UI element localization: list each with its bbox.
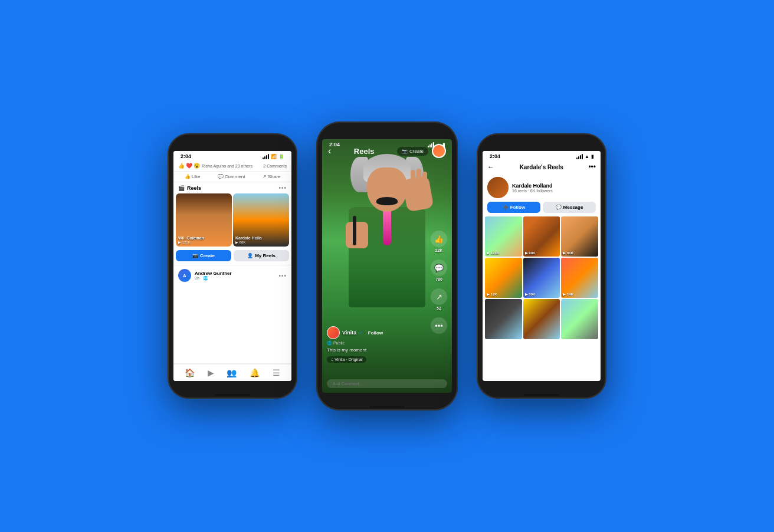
- p2-comment-icon: 💬: [431, 260, 447, 276]
- nav-menu-icon[interactable]: ☰: [273, 368, 280, 377]
- reel-thumb-1[interactable]: Will Coleman ▶ 121K: [176, 193, 232, 247]
- p3-profile-info: Kardale Holland 16 reels · 6K followers: [512, 183, 596, 193]
- grid-item-3[interactable]: ▶ 81K: [561, 216, 598, 257]
- bottom-nav: 🏠 ▶ 👥 🔔 ☰: [173, 363, 291, 381]
- p2-comment-input[interactable]: [327, 379, 447, 388]
- wifi-icon-3: ▲: [585, 154, 589, 159]
- p2-sound-tag: ♫ Vinita · Original: [327, 356, 366, 363]
- p3-header: ← Kardale's Reels •••: [483, 160, 601, 173]
- nav-bell-icon[interactable]: 🔔: [250, 368, 260, 377]
- p2-like-action[interactable]: 👍 22K: [431, 231, 447, 252]
- wifi-icon: 📶: [271, 154, 277, 159]
- p2-comments-count: 780: [435, 277, 442, 281]
- grid-item-2-views: ▶ 90K: [525, 251, 536, 255]
- reels-more-menu[interactable]: •••: [278, 185, 287, 191]
- grid-item-8[interactable]: [523, 299, 560, 339]
- post-more-menu[interactable]: •••: [278, 272, 287, 279]
- bar2: [264, 156, 265, 159]
- grid-item-4-views: ▶ 12K: [487, 292, 497, 296]
- p2-likes-count: 22K: [435, 248, 443, 252]
- p2-header-right: 📷 Create: [397, 144, 446, 158]
- p2-shares-count: 52: [437, 306, 441, 310]
- grid-item-9[interactable]: [561, 299, 598, 339]
- bar2: [578, 156, 579, 159]
- p1-actions: 👍 Like 💬 Comment ↗ Share: [173, 172, 291, 182]
- p2-author-name: Vinita: [342, 330, 356, 336]
- share-button[interactable]: ↗ Share: [263, 174, 280, 179]
- p2-comment-action[interactable]: 💬 780: [431, 260, 447, 281]
- bar3: [580, 155, 581, 159]
- p2-verified-icon: ✓: [359, 330, 363, 336]
- p2-user-avatar: [432, 144, 446, 158]
- phone-1-status-icons: 📶 🔋: [263, 154, 284, 159]
- phone-3: 2:04 ▲ ▮ ← Kardale's Reels •••: [477, 133, 606, 399]
- phone-2-screen: 2:04 ▲ ▮ ‹ Reels: [322, 139, 452, 393]
- p3-profile-name: Kardale Holland: [512, 183, 596, 189]
- bar1: [263, 157, 264, 159]
- reels-grid: Will Coleman ▶ 121K Kardale Holla ▶ 88K: [173, 193, 291, 247]
- nav-friends-icon[interactable]: 👥: [227, 368, 237, 377]
- reactions-text: Richa Aquino and 23 others: [202, 164, 252, 168]
- reels-label: 🎬 Reels: [178, 185, 201, 191]
- phone-1-notch: [209, 139, 256, 151]
- myreels-label: My Reels: [255, 253, 276, 258]
- p2-more-icon: •••: [431, 317, 447, 334]
- phone-3-notch: [518, 139, 565, 151]
- video-background: 2:04 ▲ ▮ ‹ Reels: [322, 139, 452, 393]
- follow-button[interactable]: ➕ Follow: [487, 202, 540, 213]
- p2-more-action[interactable]: •••: [431, 317, 447, 334]
- follow-label: Follow: [510, 205, 525, 210]
- create-camera-icon: 📷: [192, 253, 198, 258]
- grid-item-5[interactable]: ▶ 80K: [523, 258, 560, 298]
- back-arrow[interactable]: ‹: [328, 146, 331, 156]
- message-button[interactable]: 💬 Message: [543, 202, 596, 213]
- create-button[interactable]: 📷 Create: [176, 250, 231, 261]
- reel-1-views: ▶ 121K: [178, 240, 229, 244]
- p2-header-title: Reels: [354, 147, 375, 156]
- like-button[interactable]: 👍 Like: [185, 174, 201, 179]
- phone-1-status-bar: 2:04 📶 🔋: [173, 151, 291, 160]
- reel-2-overlay: Kardale Holla ▶ 88K: [235, 236, 287, 244]
- p3-profile-section: Kardale Holland 16 reels · 6K followers: [483, 173, 601, 202]
- phone-2-notch: [363, 127, 411, 139]
- grid-item-1[interactable]: ▶ 121K: [485, 216, 522, 257]
- comments-count: 2 Comments: [263, 164, 287, 168]
- battery-icon: 🔋: [278, 154, 284, 159]
- grid-item-4[interactable]: ▶ 12K: [485, 258, 522, 298]
- p3-profile-avatar: [487, 177, 509, 198]
- nav-video-icon[interactable]: ▶: [208, 368, 214, 377]
- myreels-user-icon: 👤: [247, 253, 253, 258]
- grid-item-2[interactable]: ▶ 90K: [523, 216, 560, 257]
- comment-button[interactable]: 💬 Comment: [218, 174, 245, 179]
- grid-item-6[interactable]: ▶ 14K: [561, 258, 598, 298]
- p2-create-button[interactable]: 📷 Create: [397, 147, 428, 156]
- grid-item-5-views: ▶ 80K: [525, 292, 536, 296]
- share-icon: ↗: [263, 174, 267, 179]
- reel-2-views: ▶ 88K: [235, 240, 287, 244]
- p3-back-button[interactable]: ←: [487, 163, 494, 171]
- bar4: [582, 154, 583, 159]
- create-label: Create: [200, 253, 215, 258]
- phone-2: 2:04 ▲ ▮ ‹ Reels: [316, 121, 458, 411]
- p2-author-avatar: [327, 326, 340, 339]
- p2-create-label: Create: [409, 149, 424, 154]
- share-label: Share: [268, 174, 280, 179]
- p3-profile-meta: 16 reels · 6K followers: [512, 189, 596, 193]
- reaction-icons: 👍 ❤️ 😮: [178, 163, 200, 169]
- p2-author-row: Vinita ✓ · Follow: [327, 326, 426, 339]
- phones-container: 2:04 📶 🔋 👍 ❤️: [144, 98, 630, 434]
- phone-1-screen: 2:04 📶 🔋 👍 ❤️: [173, 151, 291, 381]
- phone-3-screen: 2:04 ▲ ▮ ← Kardale's Reels •••: [483, 151, 601, 381]
- like-label: Like: [192, 174, 201, 179]
- phone-1: 2:04 📶 🔋 👍 ❤️: [168, 133, 297, 399]
- p3-more-menu[interactable]: •••: [588, 163, 596, 171]
- p2-follow-button[interactable]: · Follow: [365, 330, 383, 336]
- reel-thumb-2[interactable]: Kardale Holla ▶ 88K: [233, 193, 289, 247]
- grid-item-7[interactable]: [485, 299, 522, 339]
- reel-1-author: Will Coleman: [178, 236, 229, 240]
- battery-icon-3: ▮: [591, 154, 593, 159]
- myreels-button[interactable]: 👤 My Reels: [234, 250, 289, 261]
- p2-share-action[interactable]: ↗ 52: [431, 288, 447, 310]
- create-btns-row: 📷 Create 👤 My Reels: [173, 247, 291, 265]
- nav-home-icon[interactable]: 🏠: [185, 368, 195, 377]
